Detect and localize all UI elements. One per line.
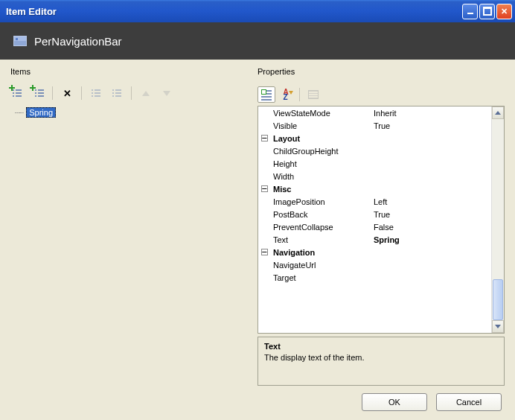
move-down-button [160,86,173,100]
toolbar-separator [299,88,300,101]
property-name: ChildGroupHeight [270,147,371,156]
collapse-toggle[interactable]: − [261,135,268,141]
property-grid[interactable]: ViewStateModeInheritVisibleTrue−LayoutCh… [258,106,505,334]
cancel-button[interactable]: Cancel [436,393,502,411]
navigationbar-icon [13,36,27,46]
property-description: Text The display text of the item. [258,337,505,386]
editor-header-title: PerNavigationBar [34,35,122,48]
scroll-up-button[interactable] [492,106,504,119]
items-panel: Items ✕ ┈┈ Spring [10,67,250,386]
outdent-button [89,86,103,100]
tree-connector: ┈┈ [15,108,23,118]
scroll-down-button[interactable] [492,320,504,333]
property-name: ImagePosition [270,197,371,206]
window-titlebar: Item Editor [0,0,515,22]
property-value[interactable]: Inherit [371,109,491,118]
property-name: PreventCollapse [270,223,371,232]
categorized-view-button[interactable] [258,86,275,103]
property-name: PostBack [270,210,371,219]
toolbar-separator [131,86,132,100]
property-name: Navigation [270,248,371,257]
property-name: Visible [270,121,371,130]
alphabetical-view-button[interactable]: AZ [277,86,295,103]
toolbar-separator [52,86,53,100]
property-name: Target [270,273,371,282]
property-value[interactable]: True [371,121,491,130]
property-name: NavigateUrl [270,261,371,270]
property-name: Misc [270,185,371,194]
property-category-row[interactable]: −Navigation [258,246,491,258]
collapse-toggle[interactable]: − [261,185,268,192]
property-name: ViewStateMode [270,109,371,118]
property-row[interactable]: TextSpring [258,233,491,246]
property-value[interactable]: Left [371,197,491,206]
property-row[interactable]: PostBackTrue [258,208,491,220]
property-row[interactable]: VisibleTrue [258,119,491,132]
maximize-button[interactable] [479,4,495,19]
property-row[interactable]: Target [258,271,491,284]
collapse-toggle[interactable]: − [261,249,268,255]
add-root-item-button[interactable] [10,86,24,100]
tree-item-label[interactable]: Spring [26,107,56,118]
property-row[interactable]: ViewStateModeInherit [258,106,491,119]
property-value[interactable]: False [371,223,491,232]
property-category-row[interactable]: −Layout [258,132,491,144]
items-toolbar: ✕ [10,86,250,100]
property-name: Height [270,159,371,168]
properties-panel-label: Properties [258,67,505,76]
property-name: Layout [270,134,371,143]
move-up-button [139,86,153,100]
tree-item[interactable]: ┈┈ Spring [15,107,246,118]
property-pages-button [304,86,322,103]
dialog-button-row: OK Cancel [10,393,505,411]
ok-button[interactable]: OK [362,393,427,411]
add-child-item-button[interactable] [31,86,45,100]
property-row[interactable]: Height [258,157,491,170]
property-row[interactable]: NavigateUrl [258,258,491,271]
property-row[interactable]: PreventCollapseFalse [258,220,491,233]
property-row[interactable]: ChildGroupHeight [258,144,491,157]
property-description-body: The display text of the item. [264,353,498,362]
property-category-row[interactable]: −Misc [258,182,491,195]
items-tree[interactable]: ┈┈ Spring [10,106,250,386]
window-title: Item Editor [6,6,462,17]
property-row[interactable]: ImagePositionLeft [258,195,491,208]
minimize-button[interactable] [462,4,478,19]
scroll-thumb[interactable] [493,279,503,320]
property-name: Text [270,235,371,244]
items-panel-label: Items [10,67,250,76]
properties-toolbar: AZ [258,86,505,103]
property-value[interactable]: True [371,210,491,219]
property-value[interactable]: Spring [371,235,491,244]
close-button[interactable] [496,4,512,19]
window-control-buttons [462,4,512,19]
property-grid-scrollbar[interactable] [491,106,504,333]
indent-button [110,86,124,100]
delete-item-button[interactable]: ✕ [60,86,74,100]
scroll-track[interactable] [492,119,504,320]
property-name: Width [270,172,371,181]
property-row[interactable]: Width [258,170,491,182]
property-description-title: Text [264,342,498,351]
editor-header: PerNavigationBar [0,22,515,60]
toolbar-separator [81,86,82,100]
properties-panel: Properties AZ ViewStateModeInheritVisibl… [258,67,505,386]
